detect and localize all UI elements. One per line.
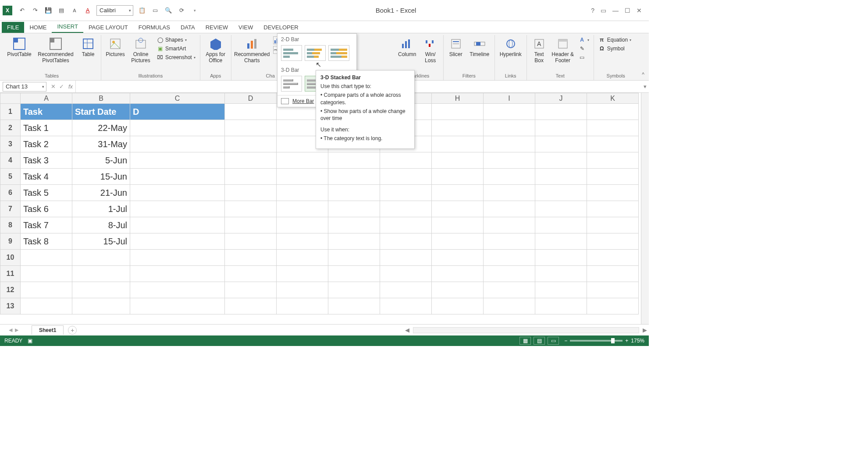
cell[interactable]: [587, 104, 639, 120]
cell[interactable]: 22-May: [72, 120, 130, 136]
help-button[interactable]: ?: [591, 7, 594, 14]
cell[interactable]: [535, 136, 587, 152]
cell[interactable]: [130, 282, 225, 298]
apps-for-office-button[interactable]: Apps for Office: [204, 36, 228, 64]
cancel-formula-button[interactable]: ✕: [51, 83, 56, 90]
cell[interactable]: [130, 169, 225, 185]
cell[interactable]: [277, 298, 328, 314]
tab-file[interactable]: FILE: [2, 22, 24, 33]
cell[interactable]: [484, 217, 535, 233]
pictures-button[interactable]: Pictures: [105, 36, 126, 58]
font-color-button[interactable]: A: [82, 4, 94, 17]
view-pagelayout-button[interactable]: ▤: [534, 337, 545, 345]
cell[interactable]: [72, 250, 130, 266]
cell[interactable]: [432, 185, 484, 201]
expand-formula-bar-button[interactable]: ▾: [641, 83, 649, 90]
cell[interactable]: 15-Jun: [72, 169, 130, 185]
cell[interactable]: [484, 282, 535, 298]
col-header-b[interactable]: B: [72, 93, 130, 104]
row-header[interactable]: 1: [0, 104, 21, 120]
font-name-select[interactable]: Calibri: [96, 5, 133, 16]
cell[interactable]: [432, 282, 484, 298]
cell[interactable]: [484, 250, 535, 266]
cell[interactable]: [380, 282, 432, 298]
cell[interactable]: [21, 250, 72, 266]
cell[interactable]: [328, 217, 380, 233]
cell[interactable]: [328, 169, 380, 185]
recommended-pivottables-button[interactable]: Recommended PivotTables: [36, 36, 75, 64]
cell[interactable]: D: [130, 104, 225, 120]
cell[interactable]: 15-Jul: [72, 233, 130, 250]
cell[interactable]: [587, 250, 639, 266]
print-preview-button[interactable]: ▤: [55, 4, 68, 17]
cell[interactable]: [225, 250, 277, 266]
row-header[interactable]: 7: [0, 201, 21, 217]
textbox-button[interactable]: A Text Box: [530, 36, 548, 64]
paste-button[interactable]: 📋: [136, 4, 148, 17]
row-header[interactable]: 13: [0, 298, 21, 314]
row-header[interactable]: 10: [0, 250, 21, 266]
row-header[interactable]: 8: [0, 217, 21, 233]
cell[interactable]: [484, 233, 535, 250]
cell[interactable]: [380, 250, 432, 266]
cell[interactable]: [380, 169, 432, 185]
cell[interactable]: [277, 217, 328, 233]
cell[interactable]: Task 2: [21, 136, 72, 152]
cell[interactable]: [535, 185, 587, 201]
cell[interactable]: [535, 266, 587, 282]
cell[interactable]: [484, 298, 535, 314]
cell[interactable]: [225, 185, 277, 201]
cell[interactable]: [535, 298, 587, 314]
new-window-button[interactable]: ▭: [149, 4, 161, 17]
row-header[interactable]: 2: [0, 120, 21, 136]
enter-formula-button[interactable]: ✓: [59, 83, 64, 90]
recommended-charts-button[interactable]: Recommended Charts: [235, 36, 269, 64]
cell[interactable]: [535, 120, 587, 136]
equation-button[interactable]: πEquation: [598, 36, 634, 44]
tab-developer[interactable]: DEVELOPER: [258, 22, 303, 33]
tab-review[interactable]: REVIEW: [200, 22, 233, 33]
cell[interactable]: 1-Jul: [72, 201, 130, 217]
cell[interactable]: [277, 152, 328, 169]
cell[interactable]: [587, 266, 639, 282]
cell[interactable]: [432, 152, 484, 169]
cell[interactable]: Start Date: [72, 104, 130, 120]
col-header-d[interactable]: D: [225, 93, 277, 104]
sheet-nav-next[interactable]: ▶: [15, 327, 18, 333]
cell[interactable]: [277, 266, 328, 282]
zoom-button[interactable]: 🔍: [162, 4, 174, 17]
cell[interactable]: [328, 201, 380, 217]
tab-insert[interactable]: INSERT: [52, 21, 83, 33]
cell[interactable]: [484, 201, 535, 217]
save-button[interactable]: 💾: [42, 4, 54, 17]
cell[interactable]: [535, 217, 587, 233]
col-header-k[interactable]: K: [587, 93, 639, 104]
symbol-button[interactable]: ΩSymbol: [598, 45, 634, 53]
cell[interactable]: [225, 136, 277, 152]
row-header[interactable]: 6: [0, 185, 21, 201]
cell[interactable]: [225, 201, 277, 217]
qat-customize-button[interactable]: ▾: [189, 4, 201, 17]
cell[interactable]: [484, 266, 535, 282]
cell[interactable]: [484, 152, 535, 169]
col-header-h[interactable]: H: [432, 93, 484, 104]
cell[interactable]: [432, 136, 484, 152]
sparkline-column-button[interactable]: Column: [397, 36, 418, 58]
collapse-ribbon-button[interactable]: ^: [642, 71, 644, 78]
cell[interactable]: [21, 282, 72, 298]
cell[interactable]: [587, 185, 639, 201]
sparkline-winloss-button[interactable]: Win/ Loss: [421, 36, 440, 64]
cell[interactable]: [535, 250, 587, 266]
online-pictures-button[interactable]: Online Pictures: [129, 36, 152, 64]
cell[interactable]: [328, 282, 380, 298]
cell[interactable]: 8-Jul: [72, 217, 130, 233]
cell[interactable]: [328, 250, 380, 266]
cell[interactable]: [225, 104, 277, 120]
cell[interactable]: [432, 233, 484, 250]
cell[interactable]: [432, 201, 484, 217]
cell[interactable]: [380, 201, 432, 217]
tab-page-layout[interactable]: PAGE LAYOUT: [83, 22, 133, 33]
cell[interactable]: [535, 169, 587, 185]
cell[interactable]: [130, 201, 225, 217]
cell[interactable]: [535, 152, 587, 169]
